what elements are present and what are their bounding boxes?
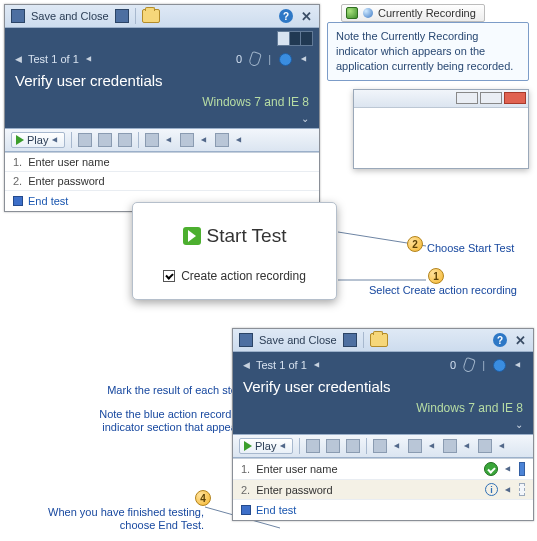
prev-test-icon[interactable]: ◀ [243, 360, 250, 370]
annotation-choose-start-test: Choose Start Test [427, 242, 514, 255]
save-icon-small[interactable] [115, 9, 129, 23]
play-icon [244, 441, 252, 451]
play-label: Play [27, 134, 48, 146]
collapse-caret-icon[interactable]: ⌄ [5, 113, 319, 128]
annotation-end-test: When you have finished testing, choose E… [44, 506, 204, 531]
title-toolbar: Save and Close ? ✕ [233, 329, 533, 352]
note-currently-recording: Note the Currently Recording indicator w… [327, 22, 529, 81]
step-text: Enter password [28, 175, 104, 187]
info-icon[interactable] [279, 53, 292, 66]
info-icon[interactable] [493, 359, 506, 372]
info-dropdown-icon[interactable]: ▼ [514, 361, 524, 370]
start-test-dialog: Start Test Create action recording [132, 202, 337, 300]
separator: | [268, 53, 271, 65]
start-test-label: Start Test [207, 225, 287, 247]
end-test-row[interactable]: End test [233, 500, 533, 520]
play-icon [16, 135, 24, 145]
target-application-window [353, 89, 529, 169]
screenshot-button[interactable] [443, 439, 457, 453]
step-badge-2: 2 [407, 236, 423, 252]
prev-test-icon[interactable]: ◀ [15, 54, 22, 64]
open-folder-button[interactable] [370, 333, 388, 347]
result-dropdown-icon[interactable]: ▼ [504, 485, 514, 494]
screenshot-button[interactable] [180, 133, 194, 147]
environment-label: Windows 7 and IE 8 [5, 95, 319, 113]
playback-toolbar: Play ▼ ▼ ▼ ▼ [5, 128, 319, 152]
info-dropdown-icon[interactable]: ▼ [300, 55, 310, 64]
step-row[interactable]: 2. Enter password i ▼ [233, 480, 533, 500]
currently-recording-label: Currently Recording [378, 7, 476, 19]
test-runner-window-initial: Save and Close ? ✕ ◀ Test 1 of 1 ▼ 0 | ▼… [4, 4, 320, 212]
open-folder-button[interactable] [142, 9, 160, 23]
stop-button[interactable] [98, 133, 112, 147]
step-badge-1: 1 [428, 268, 444, 284]
step-row[interactable]: 1. Enter user name ▼ [233, 459, 533, 480]
paperclip-icon[interactable] [248, 51, 262, 67]
test-counter: Test 1 of 1 [256, 359, 307, 371]
steps-list: 1. Enter user name ▼ 2. Enter password i… [233, 458, 533, 520]
reset-button[interactable] [118, 133, 132, 147]
minimize-button[interactable] [456, 92, 478, 104]
help-icon[interactable]: ? [493, 333, 507, 347]
step-text: Enter password [256, 484, 479, 496]
currently-recording-indicator: Currently Recording [341, 4, 485, 22]
capture-button[interactable] [373, 439, 387, 453]
close-icon[interactable]: ✕ [513, 333, 527, 347]
annotation-select-create-recording: Select Create action recording [369, 284, 534, 297]
test-runner-window-recording: Save and Close ? ✕ ◀ Test 1 of 1 ▼ 0 | ▼… [232, 328, 534, 521]
stop-button[interactable] [326, 439, 340, 453]
collapse-caret-icon[interactable]: ⌄ [233, 419, 533, 434]
play-label: Play [255, 440, 276, 452]
step-text: Enter user name [28, 156, 109, 168]
help-icon[interactable]: ? [279, 9, 293, 23]
attachment-count: 0 [236, 53, 242, 65]
test-counter: Test 1 of 1 [28, 53, 79, 65]
create-action-recording-checkbox[interactable] [163, 270, 175, 282]
capture-button[interactable] [145, 133, 159, 147]
end-test-label: End test [256, 504, 296, 516]
playback-toolbar: Play ▼ ▼ ▼ ▼ ▼ [233, 434, 533, 458]
reset-button[interactable] [346, 439, 360, 453]
step-row[interactable]: 1. Enter user name [5, 153, 319, 172]
play-button[interactable]: Play ▼ [11, 132, 65, 148]
save-icon-small[interactable] [343, 333, 357, 347]
end-test-icon [13, 196, 23, 206]
save-and-close-button[interactable]: Save and Close [259, 334, 337, 346]
maximize-button[interactable] [480, 92, 502, 104]
result-dropdown-icon[interactable]: ▼ [504, 465, 514, 474]
start-test-button[interactable]: Start Test [147, 225, 322, 247]
separator [135, 8, 136, 24]
save-icon [11, 9, 25, 23]
environment-label: Windows 7 and IE 8 [233, 401, 533, 419]
layout-switcher[interactable] [277, 31, 313, 46]
paperclip-icon[interactable] [462, 357, 476, 373]
close-icon[interactable]: ✕ [299, 9, 313, 23]
test-dropdown-icon[interactable]: ▼ [312, 361, 322, 370]
bug-button[interactable] [408, 439, 422, 453]
pass-result-icon[interactable] [484, 462, 498, 476]
pause-button[interactable] [78, 133, 92, 147]
end-test-label: End test [28, 195, 68, 207]
pause-button[interactable] [306, 439, 320, 453]
create-action-recording-label: Create action recording [181, 269, 306, 283]
comment-button[interactable] [478, 439, 492, 453]
test-nav-bar: ◀ Test 1 of 1 ▼ 0 | ▼ [233, 352, 533, 376]
action-recording-indicator [519, 462, 525, 476]
comment-button[interactable] [215, 133, 229, 147]
save-icon [239, 333, 253, 347]
recording-orb-icon [363, 8, 373, 18]
recording-app-icon [346, 7, 358, 19]
test-nav-bar: ◀ Test 1 of 1 ▼ 0 | ▼ [5, 46, 319, 70]
end-test-icon [241, 505, 251, 515]
test-dropdown-icon[interactable]: ▼ [84, 55, 94, 64]
test-title: Verify user credentials [233, 376, 533, 401]
step-text: Enter user name [256, 463, 478, 475]
test-title: Verify user credentials [5, 70, 319, 95]
play-button[interactable]: Play ▼ [239, 438, 293, 454]
active-result-icon[interactable]: i [485, 483, 498, 496]
close-button[interactable] [504, 92, 526, 104]
save-and-close-button[interactable]: Save and Close [31, 10, 109, 22]
annotation-mark-result: Mark the result of each step. [86, 384, 246, 397]
chevron-down-icon: ▼ [51, 136, 61, 145]
step-row[interactable]: 2. Enter password [5, 172, 319, 191]
